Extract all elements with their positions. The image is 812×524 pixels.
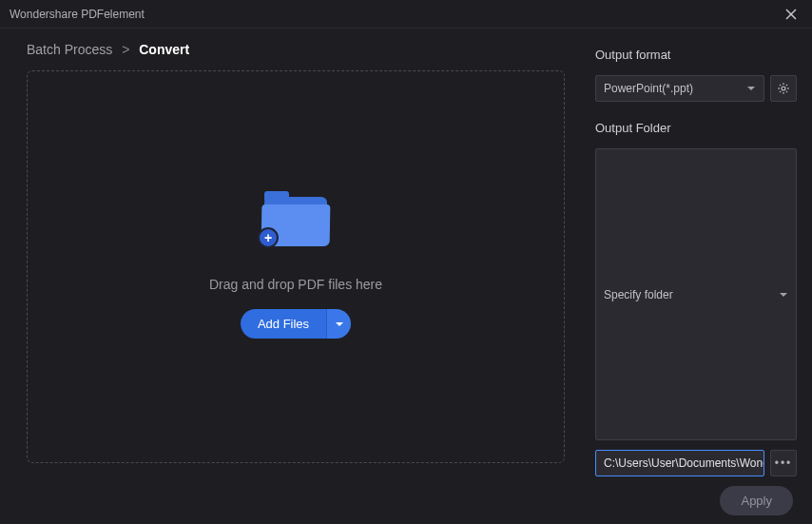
plus-badge-icon: + xyxy=(258,227,279,248)
add-files-group: Add Files xyxy=(241,309,351,339)
chevron-down-icon xyxy=(746,84,756,93)
breadcrumb: Batch Process > Convert xyxy=(27,42,565,57)
app-title: Wondershare PDFelement xyxy=(10,8,145,21)
titlebar: Wondershare PDFelement xyxy=(0,0,812,29)
chevron-down-icon xyxy=(335,320,344,329)
right-panel: Output format PowerPoint(*.ppt) Output F… xyxy=(584,29,812,476)
output-folder-mode-select[interactable]: Specify folder xyxy=(595,148,797,440)
breadcrumb-separator: > xyxy=(122,42,129,57)
folder-add-icon: + xyxy=(261,195,330,246)
ellipsis-icon: ••• xyxy=(775,456,793,470)
apply-button[interactable]: Apply xyxy=(720,486,793,515)
output-format-settings-button[interactable] xyxy=(770,75,797,102)
svg-point-2 xyxy=(782,87,785,90)
output-format-value: PowerPoint(*.ppt) xyxy=(604,82,693,95)
gear-icon xyxy=(777,82,790,95)
footer: Apply xyxy=(0,476,812,524)
output-format-label: Output format xyxy=(595,48,797,62)
browse-folder-button[interactable]: ••• xyxy=(770,450,797,476)
dropzone[interactable]: + Drag and drop PDF files here Add Files xyxy=(27,70,565,463)
output-format-select[interactable]: PowerPoint(*.ppt) xyxy=(595,75,764,102)
close-icon xyxy=(785,9,797,20)
add-files-button[interactable]: Add Files xyxy=(241,309,326,339)
add-files-dropdown-button[interactable] xyxy=(326,309,351,339)
left-panel: Batch Process > Convert + Drag and drop … xyxy=(0,29,584,476)
chevron-down-icon xyxy=(779,290,788,300)
output-folder-path-value: C:\Users\User\Documents\Wondershare xyxy=(604,456,764,470)
breadcrumb-current: Convert xyxy=(139,42,189,57)
output-folder-mode-value: Specify folder xyxy=(604,288,673,301)
main-area: Batch Process > Convert + Drag and drop … xyxy=(0,29,812,476)
dropzone-hint: Drag and drop PDF files here xyxy=(209,277,382,292)
output-folder-path-input[interactable]: C:\Users\User\Documents\Wondershare xyxy=(595,450,764,476)
output-folder-label: Output Folder xyxy=(595,121,797,135)
breadcrumb-root[interactable]: Batch Process xyxy=(27,42,112,57)
close-button[interactable] xyxy=(780,3,802,26)
